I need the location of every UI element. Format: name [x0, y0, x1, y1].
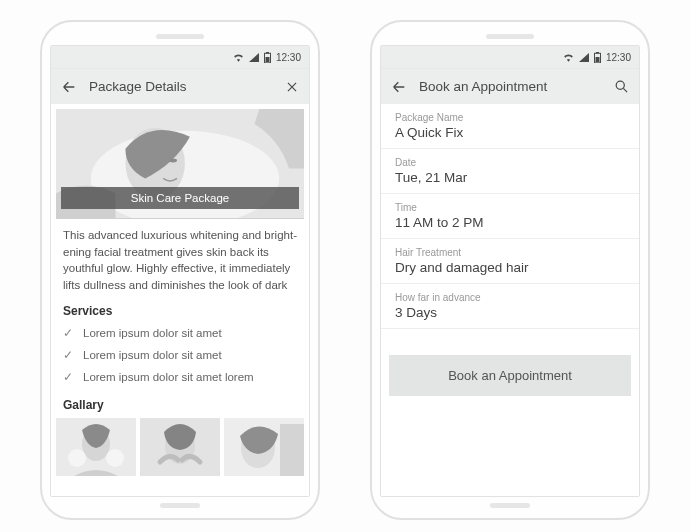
list-item: ✓ Lorem ipsum dolor sit amet — [63, 344, 297, 366]
list-item: ✓ Lorem ipsum dolor sit amet — [63, 322, 297, 344]
content-area: Skin Care Package This advanced luxuriou… — [51, 104, 309, 496]
screen-book-appointment: 12:30 Book an Appointment Package Name A… — [380, 45, 640, 497]
check-icon: ✓ — [63, 326, 73, 340]
svg-line-20 — [623, 88, 627, 92]
status-time: 12:30 — [276, 52, 301, 63]
service-label: Lorem ipsum dolor sit amet — [83, 327, 222, 339]
app-bar: Book an Appointment — [381, 68, 639, 104]
svg-point-6 — [169, 159, 177, 163]
back-icon[interactable] — [61, 79, 77, 95]
field-value: 11 AM to 2 PM — [395, 215, 625, 230]
booking-form: Package Name A Quick Fix Date Tue, 21 Ma… — [381, 104, 639, 496]
gallery-heading: Gallary — [51, 388, 309, 416]
status-time: 12:30 — [606, 52, 631, 63]
check-icon: ✓ — [63, 370, 73, 384]
close-icon[interactable] — [285, 80, 299, 94]
svg-rect-2 — [265, 57, 269, 62]
field-date[interactable]: Date Tue, 21 Mar — [381, 149, 639, 194]
phone-speaker — [156, 34, 204, 39]
field-value: Tue, 21 Mar — [395, 170, 625, 185]
field-value: 3 Days — [395, 305, 625, 320]
field-label: Package Name — [395, 112, 625, 123]
field-label: Hair Treatment — [395, 247, 625, 258]
services-heading: Services — [51, 294, 309, 322]
gallery-thumb[interactable] — [56, 418, 136, 476]
status-bar: 12:30 — [381, 46, 639, 68]
book-appointment-button[interactable]: Book an Appointment — [389, 355, 631, 396]
field-value: Dry and damaged hair — [395, 260, 625, 275]
wifi-icon — [563, 53, 574, 62]
battery-icon — [594, 52, 601, 63]
phone-speaker — [486, 34, 534, 39]
check-icon: ✓ — [63, 348, 73, 362]
services-list: ✓ Lorem ipsum dolor sit amet ✓ Lorem ips… — [51, 322, 309, 388]
service-label: Lorem ipsum dolor sit amet lorem — [83, 371, 254, 383]
field-label: Date — [395, 157, 625, 168]
phone-frame-left: 12:30 Package Details — [40, 20, 320, 520]
signal-icon — [249, 53, 259, 62]
wifi-icon — [233, 53, 244, 62]
svg-rect-18 — [595, 57, 599, 62]
gallery-row — [51, 416, 309, 476]
signal-icon — [579, 53, 589, 62]
field-package-name[interactable]: Package Name A Quick Fix — [381, 104, 639, 149]
search-icon[interactable] — [614, 79, 629, 94]
battery-icon — [264, 52, 271, 63]
screen-package-details: 12:30 Package Details — [50, 45, 310, 497]
page-title: Book an Appointment — [419, 79, 602, 94]
field-label: Time — [395, 202, 625, 213]
svg-point-19 — [616, 81, 624, 89]
back-icon[interactable] — [391, 79, 407, 95]
field-label: How far in advance — [395, 292, 625, 303]
hero-banner: Skin Care Package — [61, 187, 299, 209]
phone-frame-right: 12:30 Book an Appointment Package Name A… — [370, 20, 650, 520]
field-hair-treatment[interactable]: Hair Treatment Dry and damaged hair — [381, 239, 639, 284]
phone-home-bar — [490, 503, 530, 508]
package-description: This advanced luxurious whitening and br… — [51, 219, 309, 294]
hero-image: Skin Care Package — [56, 109, 304, 219]
svg-point-10 — [106, 449, 124, 467]
service-label: Lorem ipsum dolor sit amet — [83, 349, 222, 361]
svg-rect-15 — [280, 424, 304, 476]
status-bar: 12:30 — [51, 46, 309, 68]
svg-point-9 — [68, 449, 86, 467]
field-value: A Quick Fix — [395, 125, 625, 140]
field-time[interactable]: Time 11 AM to 2 PM — [381, 194, 639, 239]
list-item: ✓ Lorem ipsum dolor sit amet lorem — [63, 366, 297, 388]
gallery-thumb[interactable] — [140, 418, 220, 476]
gallery-thumb[interactable] — [224, 418, 304, 476]
page-title: Package Details — [89, 79, 273, 94]
field-advance[interactable]: How far in advance 3 Days — [381, 284, 639, 329]
phone-home-bar — [160, 503, 200, 508]
app-bar: Package Details — [51, 68, 309, 104]
